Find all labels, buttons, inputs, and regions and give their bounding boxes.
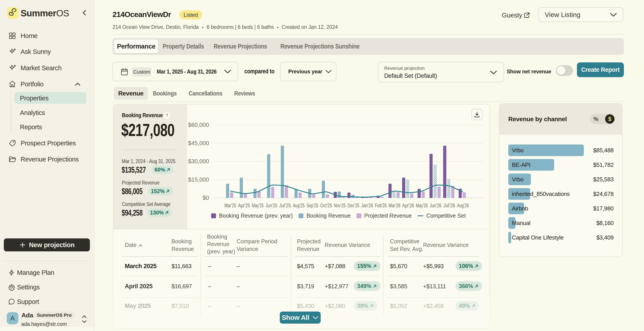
svg-text:Aug'26: Aug'26 — [457, 203, 469, 208]
svg-text:$15,000: $15,000 — [188, 176, 209, 183]
svg-text:Sep'25: Sep'25 — [306, 203, 318, 208]
svg-text:Mar'26: Mar'26 — [389, 203, 400, 208]
svg-text:May'25: May'25 — [252, 203, 264, 208]
svg-text:Feb'26: Feb'26 — [375, 203, 387, 208]
svg-text:May'26: May'26 — [416, 203, 428, 208]
svg-text:Jul'26: Jul'26 — [443, 203, 455, 208]
svg-text:Apr'26: Apr'26 — [402, 203, 414, 208]
svg-text:Jun'26: Jun'26 — [430, 203, 442, 208]
svg-text:$0: $0 — [202, 194, 209, 201]
svg-text:Apr'25: Apr'25 — [238, 203, 250, 208]
svg-text:$45,000: $45,000 — [188, 140, 209, 146]
svg-text:Dec'25: Dec'25 — [348, 203, 359, 208]
svg-text:Oct'25: Oct'25 — [320, 203, 332, 208]
svg-text:$60,000: $60,000 — [188, 122, 209, 128]
svg-text:Aug'25: Aug'25 — [293, 203, 304, 208]
svg-text:Jul'25: Jul'25 — [279, 203, 291, 208]
svg-text:Mar'25: Mar'25 — [224, 203, 236, 208]
svg-text:$30,000: $30,000 — [188, 158, 209, 164]
svg-text:Nov'25: Nov'25 — [334, 203, 346, 208]
svg-text:Jan'26: Jan'26 — [361, 203, 373, 208]
svg-text:Jun'25: Jun'25 — [266, 203, 277, 208]
